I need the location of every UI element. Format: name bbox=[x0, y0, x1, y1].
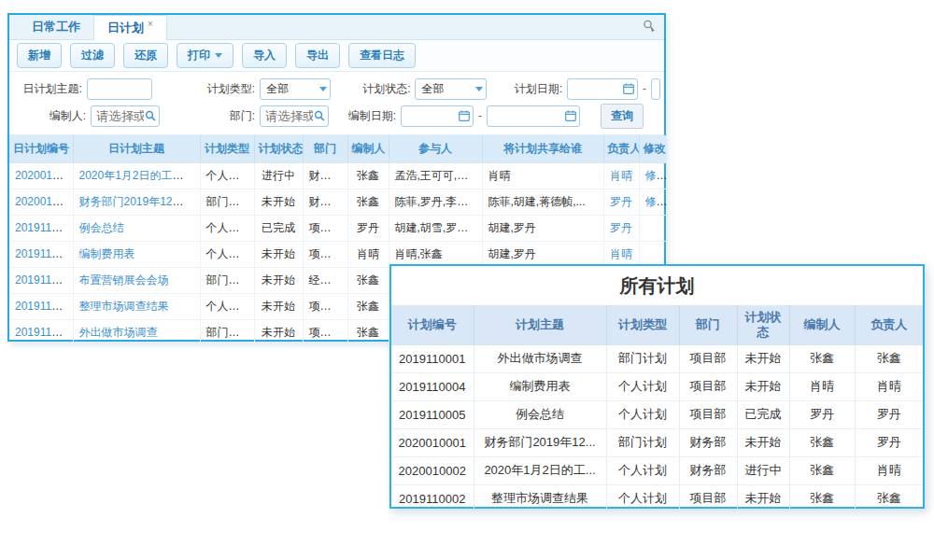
cell-link[interactable]: 罗丹 bbox=[610, 221, 632, 234]
cell-link[interactable]: 布置营销展会会场 bbox=[79, 273, 169, 287]
cell-link[interactable]: 2020010002 bbox=[15, 169, 73, 182]
table-cell[interactable]: 肖晴 bbox=[603, 162, 639, 189]
table-cell[interactable]: 2019110005 bbox=[9, 215, 73, 241]
table-cell[interactable]: 罗丹 bbox=[603, 189, 639, 215]
table-row[interactable]: 2019110004编制费用表个人计划未开始项目部肖晴肖晴,张鑫胡建,罗丹肖晴 bbox=[9, 241, 667, 267]
table-cell[interactable]: 整理市场调查结果 bbox=[73, 293, 200, 319]
column-header[interactable]: 参与人 bbox=[389, 135, 482, 162]
table-cell[interactable]: 2020010002 bbox=[9, 162, 73, 189]
print-button[interactable]: 打印 bbox=[177, 43, 234, 68]
column-header: 计划状态 bbox=[737, 305, 789, 344]
create-date-to-input[interactable] bbox=[487, 105, 580, 127]
table-cell: 外出做市场调查 bbox=[474, 344, 606, 372]
search-icon[interactable] bbox=[314, 110, 325, 121]
table-cell: 未开始 bbox=[254, 189, 303, 215]
plan-status-select[interactable]: 全部 bbox=[415, 78, 486, 100]
tab-daily-work[interactable]: 日常工作 bbox=[19, 15, 93, 39]
view-log-button[interactable]: 查看日志 bbox=[348, 43, 416, 68]
table-cell[interactable]: 罗丹 bbox=[603, 215, 639, 241]
cell-link[interactable]: 编制费用表 bbox=[79, 247, 135, 260]
cell-link[interactable]: 财务部门2019年12月的... bbox=[79, 195, 201, 208]
column-header[interactable]: 将计划共享给谁 bbox=[482, 135, 603, 162]
cell-link[interactable]: 例会总结 bbox=[79, 221, 124, 234]
restore-button[interactable]: 还原 bbox=[123, 43, 168, 68]
table-cell[interactable]: 2020年1月2日的工作日... bbox=[73, 162, 200, 189]
creator-input[interactable] bbox=[91, 105, 160, 127]
date-input[interactable] bbox=[572, 80, 623, 98]
cell-link[interactable]: 肖晴 bbox=[610, 169, 632, 182]
date-input[interactable] bbox=[491, 107, 565, 125]
plan-date-from-input[interactable] bbox=[567, 78, 638, 100]
table-cell[interactable]: 修改 bbox=[639, 189, 667, 215]
tab-daily-plan[interactable]: 日计划 × bbox=[93, 15, 167, 40]
cell-link[interactable]: 外出做市场调查 bbox=[79, 326, 158, 339]
cell-link[interactable]: 罗丹 bbox=[610, 195, 632, 208]
table-cell[interactable]: 2019110004 bbox=[9, 241, 73, 267]
cell-link[interactable]: 整理市场调查结果 bbox=[79, 300, 169, 313]
cell-link[interactable]: 2019110001 bbox=[15, 326, 73, 339]
table-cell[interactable]: 肖晴 bbox=[603, 241, 639, 267]
table-cell[interactable]: 财务部门2019年12月的... bbox=[73, 189, 200, 215]
table-row[interactable]: 2019110005例会总结个人计划项目部已完成罗丹罗丹 bbox=[391, 400, 923, 428]
table-cell[interactable]: 2019110002 bbox=[9, 293, 73, 319]
cell-link[interactable]: 2020010001 bbox=[15, 195, 73, 208]
filter-button[interactable]: 过滤 bbox=[70, 43, 115, 68]
table-cell: 例会总结 bbox=[474, 400, 606, 428]
table-cell[interactable]: 修改 bbox=[639, 162, 667, 189]
table-row[interactable]: 2019110005例会总结个人计划已完成项目部罗丹胡建,胡雪,罗丹,任晓...… bbox=[9, 215, 667, 241]
table-row[interactable]: 20200100022020年1月2日的工作日...个人计划进行中财务部张鑫孟浩… bbox=[9, 162, 667, 189]
column-header[interactable]: 日计划编号 bbox=[9, 135, 73, 162]
cell-link[interactable]: 2019110002 bbox=[15, 300, 73, 313]
column-header[interactable]: 部门 bbox=[303, 135, 347, 162]
column-header[interactable]: 编制人 bbox=[347, 135, 389, 162]
table-cell: 未开始 bbox=[254, 293, 303, 319]
table-cell: 未开始 bbox=[737, 344, 789, 372]
column-header[interactable]: 日计划主题 bbox=[73, 135, 200, 162]
column-header[interactable]: 修改 bbox=[639, 135, 667, 162]
table-cell: 财务部门2019年12... bbox=[474, 428, 606, 456]
column-header[interactable]: 负责人 bbox=[603, 135, 639, 162]
cell-link[interactable]: 肖晴 bbox=[610, 247, 632, 260]
table-cell[interactable]: 布置营销展会会场 bbox=[73, 267, 200, 293]
cell-link[interactable]: 2020年1月2日的工作日... bbox=[79, 169, 201, 182]
cell-link[interactable]: 2019110004 bbox=[15, 247, 73, 260]
table-row[interactable]: 2019110001外出做市场调查部门计划项目部未开始张鑫张鑫 bbox=[391, 344, 923, 372]
create-date-from-input[interactable] bbox=[401, 105, 474, 127]
table-cell: 张鑫 bbox=[347, 162, 389, 189]
table-cell[interactable]: 外出做市场调查 bbox=[73, 319, 200, 345]
search-button[interactable]: 查询 bbox=[601, 104, 644, 129]
locate-search-icon[interactable] bbox=[643, 20, 656, 36]
table-row[interactable]: 2019110002整理市场调查结果个人计划项目部未开始张鑫张鑫 bbox=[391, 484, 923, 512]
table-row[interactable]: 2020010001财务部门2019年12月的...部门计划未开始财务部张鑫陈菲… bbox=[9, 189, 667, 215]
table-row[interactable]: 2020010001财务部门2019年12...部门计划财务部未开始张鑫罗丹 bbox=[391, 428, 923, 456]
plan-type-select[interactable]: 全部 bbox=[260, 78, 331, 100]
table-cell[interactable]: 2019110003 bbox=[9, 267, 73, 293]
cell-link[interactable]: 2019110003 bbox=[15, 273, 73, 287]
table-cell[interactable]: 2019110001 bbox=[9, 319, 73, 345]
department-input[interactable] bbox=[260, 105, 329, 127]
add-button[interactable]: 新增 bbox=[17, 43, 62, 68]
caret-down-icon bbox=[475, 87, 483, 91]
table-cell[interactable]: 编制费用表 bbox=[73, 241, 200, 267]
plan-date-to-input[interactable] bbox=[651, 78, 660, 100]
date-input[interactable] bbox=[405, 107, 459, 125]
column-header[interactable]: 计划类型 bbox=[200, 135, 254, 162]
cell-link[interactable]: 2019110005 bbox=[15, 221, 73, 234]
import-button[interactable]: 导入 bbox=[242, 43, 287, 68]
table-cell[interactable]: 例会总结 bbox=[73, 215, 200, 241]
text-input[interactable] bbox=[95, 107, 145, 125]
table-row[interactable]: 2019110004编制费用表个人计划项目部未开始肖晴肖晴 bbox=[391, 372, 923, 400]
calendar-icon bbox=[459, 110, 470, 121]
subject-input[interactable] bbox=[87, 78, 153, 100]
text-input[interactable] bbox=[264, 107, 314, 125]
table-cell: 部门计划 bbox=[200, 189, 254, 215]
close-icon[interactable]: × bbox=[148, 19, 153, 29]
search-icon[interactable] bbox=[145, 110, 156, 121]
column-header[interactable]: 计划状态 bbox=[254, 135, 303, 162]
table-cell: 肖晴 bbox=[482, 162, 603, 189]
export-button[interactable]: 导出 bbox=[295, 43, 340, 68]
table-row[interactable]: 20200100022020年1月2日的工...个人计划财务部进行中张鑫肖晴 bbox=[391, 456, 923, 484]
table-cell[interactable]: 2020010001 bbox=[9, 189, 73, 215]
cell-link[interactable]: 修改 bbox=[645, 169, 668, 182]
cell-link[interactable]: 修改 bbox=[645, 195, 668, 208]
